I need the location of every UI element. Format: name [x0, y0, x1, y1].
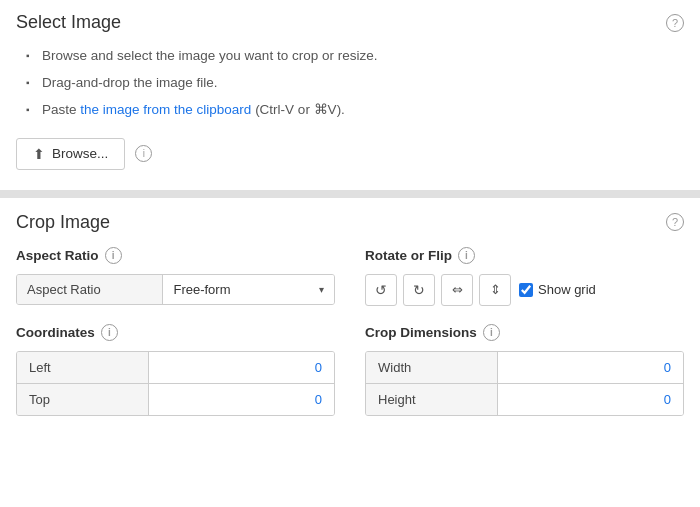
aspect-ratio-subsection: Aspect Ratio i Aspect Ratio Free-form ▾: [16, 247, 335, 306]
crop-dimensions-table: Width 0 Height 0: [365, 351, 684, 416]
select-image-header: Select Image ?: [16, 12, 684, 33]
rotate-left-button[interactable]: ↺: [365, 274, 397, 306]
coordinates-subsection: Coordinates i Left 0 Top 0: [16, 324, 335, 416]
instruction-item-2: Drag-and-drop the image file.: [26, 74, 684, 93]
crop-height-row: Height 0: [366, 384, 683, 415]
flip-vertical-button[interactable]: ⇕: [479, 274, 511, 306]
rotate-right-icon: ↻: [413, 282, 425, 298]
aspect-ratio-info-icon[interactable]: i: [105, 247, 122, 264]
crop-grid: Aspect Ratio i Aspect Ratio Free-form ▾ …: [16, 247, 684, 434]
aspect-ratio-text: Aspect Ratio: [16, 248, 99, 263]
rotate-flip-subsection: Rotate or Flip i ↺ ↻ ⇔ ⇕ Show grid: [365, 247, 684, 306]
dropdown-arrow-icon: ▾: [319, 284, 324, 295]
instruction-item-3: Paste the image from the clipboard (Ctrl…: [26, 101, 684, 120]
crop-height-label: Height: [366, 384, 498, 415]
coordinates-table: Left 0 Top 0: [16, 351, 335, 416]
show-grid-label[interactable]: Show grid: [519, 282, 596, 297]
browse-row: ⬆ Browse... i: [16, 138, 684, 170]
upload-icon: ⬆: [33, 146, 45, 162]
rotate-left-icon: ↺: [375, 282, 387, 298]
show-grid-checkbox[interactable]: [519, 283, 533, 297]
coordinates-left-label: Left: [17, 352, 149, 383]
crop-width-label: Width: [366, 352, 498, 383]
browse-button[interactable]: ⬆ Browse...: [16, 138, 125, 170]
crop-dimensions-label: Crop Dimensions i: [365, 324, 684, 341]
aspect-ratio-dropdown-value: Free-form: [173, 282, 230, 297]
coordinates-top-row: Top 0: [17, 384, 334, 415]
rotate-controls: ↺ ↻ ⇔ ⇕ Show grid: [365, 274, 684, 306]
show-grid-text: Show grid: [538, 282, 596, 297]
coordinates-info-icon[interactable]: i: [101, 324, 118, 341]
instruction-highlight: the image from the clipboard: [80, 102, 251, 117]
coordinates-left-row: Left 0: [17, 352, 334, 384]
coordinates-text: Coordinates: [16, 325, 95, 340]
aspect-ratio-label: Aspect Ratio i: [16, 247, 335, 264]
crop-image-section: Crop Image ? Aspect Ratio i Aspect Ratio…: [0, 198, 700, 454]
crop-width-value[interactable]: 0: [498, 352, 683, 383]
select-image-help-icon[interactable]: ?: [666, 14, 684, 32]
aspect-ratio-cell-label: Aspect Ratio: [17, 275, 163, 304]
flip-h-icon: ⇔: [452, 282, 463, 297]
flip-horizontal-button[interactable]: ⇔: [441, 274, 473, 306]
browse-label: Browse...: [52, 146, 108, 161]
crop-image-help-icon[interactable]: ?: [666, 213, 684, 231]
aspect-ratio-row: Aspect Ratio Free-form ▾: [16, 274, 335, 305]
crop-width-row: Width 0: [366, 352, 683, 384]
rotate-flip-text: Rotate or Flip: [365, 248, 452, 263]
aspect-ratio-dropdown[interactable]: Free-form ▾: [163, 275, 334, 304]
instruction-item-1: Browse and select the image you want to …: [26, 47, 684, 66]
browse-info-icon[interactable]: i: [135, 145, 152, 162]
crop-height-value[interactable]: 0: [498, 384, 683, 415]
select-image-title: Select Image: [16, 12, 121, 33]
coordinates-top-label: Top: [17, 384, 149, 415]
rotate-flip-info-icon[interactable]: i: [458, 247, 475, 264]
crop-dimensions-text: Crop Dimensions: [365, 325, 477, 340]
crop-image-header: Crop Image ?: [16, 212, 684, 233]
instructions-list: Browse and select the image you want to …: [26, 47, 684, 120]
coordinates-top-value[interactable]: 0: [149, 384, 334, 415]
crop-image-title: Crop Image: [16, 212, 110, 233]
select-image-section: Select Image ? Browse and select the ima…: [0, 0, 700, 198]
crop-dimensions-subsection: Crop Dimensions i Width 0 Height 0: [365, 324, 684, 416]
crop-dimensions-info-icon[interactable]: i: [483, 324, 500, 341]
flip-v-icon: ⇕: [490, 282, 501, 297]
coordinates-left-value[interactable]: 0: [149, 352, 334, 383]
coordinates-label: Coordinates i: [16, 324, 335, 341]
rotate-flip-label: Rotate or Flip i: [365, 247, 684, 264]
rotate-right-button[interactable]: ↻: [403, 274, 435, 306]
